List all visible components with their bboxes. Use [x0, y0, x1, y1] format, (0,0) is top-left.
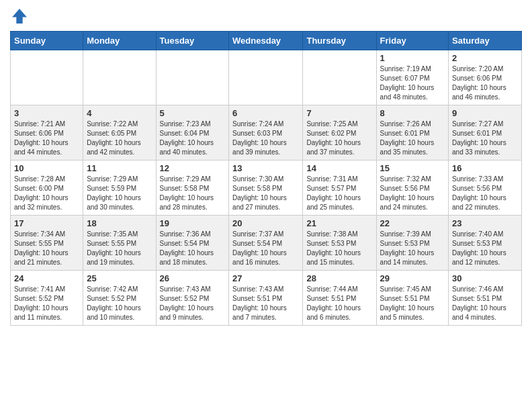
day-info: Sunrise: 7:31 AMSunset: 5:57 PMDaylight:… — [306, 175, 372, 212]
calendar-cell: 13Sunrise: 7:30 AMSunset: 5:58 PMDayligh… — [229, 161, 303, 216]
page: SundayMondayTuesdayWednesdayThursdayFrid… — [0, 0, 532, 336]
day-info: Sunrise: 7:25 AMSunset: 6:02 PMDaylight:… — [306, 120, 372, 157]
calendar-cell — [11, 50, 83, 105]
calendar-cell: 3Sunrise: 7:21 AMSunset: 6:06 PMDaylight… — [11, 105, 83, 161]
day-number: 5 — [160, 108, 226, 118]
calendar-cell: 17Sunrise: 7:34 AMSunset: 5:55 PMDayligh… — [11, 216, 83, 271]
day-number: 12 — [160, 163, 226, 173]
calendar-week-4: 17Sunrise: 7:34 AMSunset: 5:55 PMDayligh… — [11, 216, 522, 271]
day-info: Sunrise: 7:45 AMSunset: 5:51 PMDaylight:… — [380, 285, 445, 322]
calendar-cell: 25Sunrise: 7:42 AMSunset: 5:52 PMDayligh… — [83, 271, 156, 326]
day-info: Sunrise: 7:21 AMSunset: 6:06 PMDaylight:… — [14, 120, 79, 157]
weekday-header-row: SundayMondayTuesdayWednesdayThursdayFrid… — [11, 32, 522, 50]
day-number: 21 — [306, 218, 372, 228]
day-info: Sunrise: 7:34 AMSunset: 5:55 PMDaylight:… — [14, 230, 79, 267]
day-number: 10 — [14, 163, 79, 173]
day-info: Sunrise: 7:32 AMSunset: 5:56 PMDaylight:… — [380, 175, 445, 212]
day-info: Sunrise: 7:40 AMSunset: 5:53 PMDaylight:… — [452, 230, 518, 267]
day-number: 18 — [87, 218, 152, 228]
day-number: 15 — [380, 163, 445, 173]
calendar-cell: 28Sunrise: 7:44 AMSunset: 5:51 PMDayligh… — [303, 271, 376, 326]
day-info: Sunrise: 7:39 AMSunset: 5:53 PMDaylight:… — [380, 230, 445, 267]
day-number: 17 — [14, 218, 79, 228]
day-info: Sunrise: 7:29 AMSunset: 5:59 PMDaylight:… — [87, 175, 152, 212]
day-number: 11 — [87, 163, 152, 173]
calendar-week-5: 24Sunrise: 7:41 AMSunset: 5:52 PMDayligh… — [11, 271, 522, 326]
calendar-cell — [83, 50, 156, 105]
day-number: 30 — [452, 273, 518, 283]
weekday-header-thursday: Thursday — [303, 32, 376, 50]
day-info: Sunrise: 7:19 AMSunset: 6:07 PMDaylight:… — [380, 64, 445, 102]
weekday-header-sunday: Sunday — [11, 32, 83, 50]
calendar-cell: 18Sunrise: 7:35 AMSunset: 5:55 PMDayligh… — [83, 216, 156, 271]
day-info: Sunrise: 7:46 AMSunset: 5:51 PMDaylight:… — [452, 285, 518, 322]
day-number: 29 — [380, 273, 445, 283]
calendar-cell: 16Sunrise: 7:33 AMSunset: 5:56 PMDayligh… — [449, 161, 522, 216]
day-number: 7 — [306, 108, 372, 118]
calendar-cell: 4Sunrise: 7:22 AMSunset: 6:05 PMDaylight… — [83, 105, 156, 161]
day-info: Sunrise: 7:37 AMSunset: 5:54 PMDaylight:… — [232, 230, 299, 267]
calendar-week-3: 10Sunrise: 7:28 AMSunset: 6:00 PMDayligh… — [11, 161, 522, 216]
day-number: 16 — [452, 163, 518, 173]
weekday-header-tuesday: Tuesday — [156, 32, 229, 50]
day-number: 4 — [87, 108, 152, 118]
calendar-cell: 15Sunrise: 7:32 AMSunset: 5:56 PMDayligh… — [376, 161, 448, 216]
calendar-cell: 5Sunrise: 7:23 AMSunset: 6:04 PMDaylight… — [156, 105, 229, 161]
weekday-header-wednesday: Wednesday — [229, 32, 303, 50]
day-info: Sunrise: 7:43 AMSunset: 5:51 PMDaylight:… — [232, 285, 299, 322]
day-info: Sunrise: 7:36 AMSunset: 5:54 PMDaylight:… — [160, 230, 226, 267]
day-number: 13 — [232, 163, 299, 173]
logo — [10, 7, 32, 26]
day-number: 28 — [306, 273, 372, 283]
day-number: 23 — [452, 218, 518, 228]
day-info: Sunrise: 7:38 AMSunset: 5:53 PMDaylight:… — [306, 230, 372, 267]
day-info: Sunrise: 7:23 AMSunset: 6:04 PMDaylight:… — [160, 120, 226, 157]
day-number: 25 — [87, 273, 152, 283]
weekday-header-monday: Monday — [83, 32, 156, 50]
day-info: Sunrise: 7:33 AMSunset: 5:56 PMDaylight:… — [452, 175, 518, 212]
day-number: 9 — [452, 108, 518, 118]
calendar-cell: 29Sunrise: 7:45 AMSunset: 5:51 PMDayligh… — [376, 271, 448, 326]
calendar-cell — [229, 50, 303, 105]
day-number: 20 — [232, 218, 299, 228]
calendar-cell: 30Sunrise: 7:46 AMSunset: 5:51 PMDayligh… — [449, 271, 522, 326]
day-number: 1 — [380, 53, 445, 63]
calendar-cell: 6Sunrise: 7:24 AMSunset: 6:03 PMDaylight… — [229, 105, 303, 161]
day-number: 8 — [380, 108, 445, 118]
calendar-cell: 8Sunrise: 7:26 AMSunset: 6:01 PMDaylight… — [376, 105, 448, 161]
calendar-cell: 7Sunrise: 7:25 AMSunset: 6:02 PMDaylight… — [303, 105, 376, 161]
calendar-cell: 20Sunrise: 7:37 AMSunset: 5:54 PMDayligh… — [229, 216, 303, 271]
day-number: 19 — [160, 218, 226, 228]
day-number: 26 — [160, 273, 226, 283]
day-info: Sunrise: 7:22 AMSunset: 6:05 PMDaylight:… — [87, 120, 152, 157]
day-info: Sunrise: 7:28 AMSunset: 6:00 PMDaylight:… — [14, 175, 79, 212]
weekday-header-friday: Friday — [376, 32, 448, 50]
day-info: Sunrise: 7:30 AMSunset: 5:58 PMDaylight:… — [232, 175, 299, 212]
day-number: 27 — [232, 273, 299, 283]
calendar-cell: 27Sunrise: 7:43 AMSunset: 5:51 PMDayligh… — [229, 271, 303, 326]
day-info: Sunrise: 7:29 AMSunset: 5:58 PMDaylight:… — [160, 175, 226, 212]
calendar-cell: 23Sunrise: 7:40 AMSunset: 5:53 PMDayligh… — [449, 216, 522, 271]
day-number: 3 — [14, 108, 79, 118]
calendar-cell: 19Sunrise: 7:36 AMSunset: 5:54 PMDayligh… — [156, 216, 229, 271]
day-number: 24 — [14, 273, 79, 283]
calendar-cell: 26Sunrise: 7:43 AMSunset: 5:52 PMDayligh… — [156, 271, 229, 326]
calendar-week-2: 3Sunrise: 7:21 AMSunset: 6:06 PMDaylight… — [11, 105, 522, 161]
day-info: Sunrise: 7:20 AMSunset: 6:06 PMDaylight:… — [452, 64, 518, 102]
day-number: 14 — [306, 163, 372, 173]
day-info: Sunrise: 7:35 AMSunset: 5:55 PMDaylight:… — [87, 230, 152, 267]
day-info: Sunrise: 7:27 AMSunset: 6:01 PMDaylight:… — [452, 120, 518, 157]
day-info: Sunrise: 7:41 AMSunset: 5:52 PMDaylight:… — [14, 285, 79, 322]
calendar-cell: 24Sunrise: 7:41 AMSunset: 5:52 PMDayligh… — [11, 271, 83, 326]
calendar-cell: 22Sunrise: 7:39 AMSunset: 5:53 PMDayligh… — [376, 216, 448, 271]
weekday-header-saturday: Saturday — [449, 32, 522, 50]
calendar-cell: 14Sunrise: 7:31 AMSunset: 5:57 PMDayligh… — [303, 161, 376, 216]
calendar: SundayMondayTuesdayWednesdayThursdayFrid… — [10, 31, 522, 326]
day-number: 22 — [380, 218, 445, 228]
day-info: Sunrise: 7:43 AMSunset: 5:52 PMDaylight:… — [160, 285, 226, 322]
calendar-cell: 2Sunrise: 7:20 AMSunset: 6:06 PMDaylight… — [449, 50, 522, 105]
day-info: Sunrise: 7:44 AMSunset: 5:51 PMDaylight:… — [306, 285, 372, 322]
day-info: Sunrise: 7:42 AMSunset: 5:52 PMDaylight:… — [87, 285, 152, 322]
calendar-cell: 9Sunrise: 7:27 AMSunset: 6:01 PMDaylight… — [449, 105, 522, 161]
calendar-cell — [303, 50, 376, 105]
